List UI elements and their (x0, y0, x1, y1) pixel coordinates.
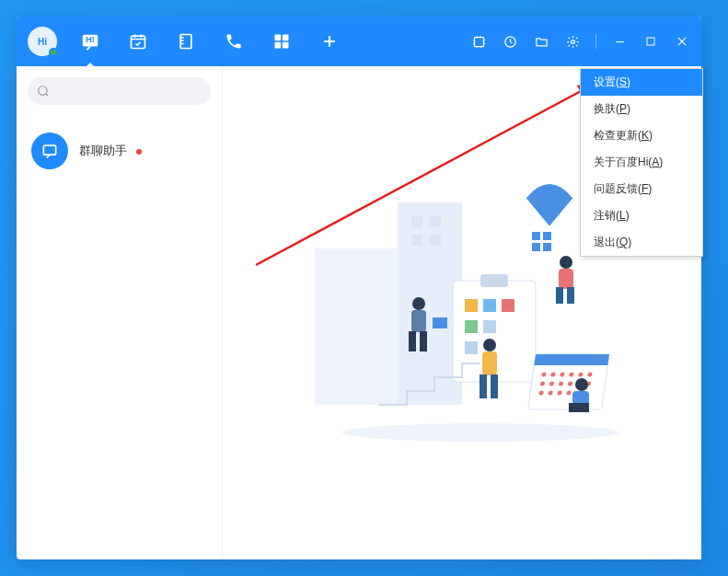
svg-rect-54 (433, 317, 447, 328)
svg-rect-18 (532, 232, 540, 240)
svg-rect-7 (474, 37, 483, 46)
svg-rect-53 (411, 310, 426, 332)
svg-rect-29 (465, 341, 478, 354)
svg-rect-17 (430, 235, 441, 246)
search-input[interactable] (28, 77, 211, 105)
maximize-icon[interactable] (642, 33, 659, 50)
tab-add[interactable] (318, 30, 341, 52)
svg-rect-6 (283, 42, 289, 49)
svg-rect-23 (480, 274, 508, 287)
svg-rect-60 (491, 374, 498, 398)
menu-item-f[interactable]: 问题反馈(F) (581, 176, 702, 202)
menu-item-k[interactable]: 检查更新(K) (581, 122, 702, 149)
svg-point-9 (571, 40, 574, 43)
menu-item-q[interactable]: 退出(Q) (581, 229, 702, 256)
title-bar: Hi H! (17, 17, 701, 66)
svg-rect-20 (532, 243, 540, 251)
svg-rect-16 (411, 235, 422, 246)
chat-list: 群聊助手 (17, 116, 222, 559)
user-avatar[interactable]: Hi (28, 27, 57, 56)
svg-rect-15 (430, 216, 441, 227)
empty-illustration (296, 166, 628, 460)
svg-rect-50 (556, 287, 563, 304)
tab-calls[interactable] (223, 30, 245, 52)
svg-rect-49 (559, 269, 573, 289)
svg-rect-5 (275, 42, 282, 49)
svg-rect-19 (543, 232, 551, 240)
tab-apps[interactable] (271, 30, 293, 52)
svg-point-57 (483, 339, 496, 351)
svg-point-61 (575, 378, 588, 391)
svg-point-52 (412, 297, 425, 310)
screenshot-icon[interactable] (470, 33, 487, 50)
avatar-badge: Hi (38, 37, 47, 47)
menu-item-a[interactable]: 关于百度Hi(A) (581, 149, 702, 176)
svg-rect-11 (43, 145, 55, 155)
svg-rect-4 (283, 35, 289, 41)
svg-rect-25 (483, 299, 496, 312)
svg-rect-59 (480, 374, 487, 398)
svg-rect-21 (543, 243, 551, 251)
close-icon[interactable] (674, 33, 690, 50)
svg-point-64 (342, 423, 618, 442)
settings-icon[interactable] (564, 33, 581, 50)
menu-item-s[interactable]: 设置(S) (581, 69, 702, 96)
svg-rect-55 (409, 331, 416, 351)
chat-name-text: 群聊助手 (79, 144, 127, 157)
app-window: Hi H! (17, 17, 701, 559)
svg-point-48 (560, 256, 572, 269)
history-icon[interactable] (502, 33, 518, 50)
folder-icon[interactable] (533, 33, 549, 50)
svg-rect-3 (275, 35, 282, 41)
svg-rect-31 (534, 354, 609, 365)
sidebar: 群聊助手 (17, 66, 223, 559)
chat-icon-label: H! (86, 35, 95, 44)
svg-rect-51 (567, 287, 574, 304)
chat-avatar-icon (31, 132, 68, 169)
svg-rect-1 (132, 36, 145, 48)
chat-name: 群聊助手 (79, 143, 142, 159)
svg-rect-28 (483, 320, 496, 333)
svg-rect-56 (420, 331, 427, 351)
svg-rect-58 (482, 351, 497, 375)
settings-context-menu: 设置(S)换肤(P)检查更新(K)关于百度Hi(A)问题反馈(F)注销(L)退出… (580, 68, 703, 257)
window-controls (470, 33, 690, 50)
divider (595, 34, 596, 49)
status-dot (49, 48, 58, 57)
chat-item[interactable]: 群聊助手 (17, 123, 222, 179)
svg-rect-14 (411, 216, 422, 227)
tab-notes[interactable] (175, 30, 197, 52)
tab-calendar[interactable] (127, 30, 149, 52)
svg-rect-63 (569, 403, 589, 412)
nav-tabs: H! (79, 30, 341, 52)
svg-rect-24 (465, 299, 478, 312)
svg-rect-26 (502, 299, 514, 312)
svg-rect-10 (647, 38, 654, 45)
search-wrap (17, 66, 222, 116)
svg-rect-12 (315, 248, 398, 405)
unread-dot (136, 149, 142, 155)
svg-rect-27 (465, 320, 478, 333)
menu-item-l[interactable]: 注销(L) (581, 202, 702, 229)
tab-chat[interactable]: H! (79, 30, 101, 52)
minimize-icon[interactable] (611, 33, 628, 50)
menu-item-p[interactable]: 换肤(P) (581, 96, 702, 122)
